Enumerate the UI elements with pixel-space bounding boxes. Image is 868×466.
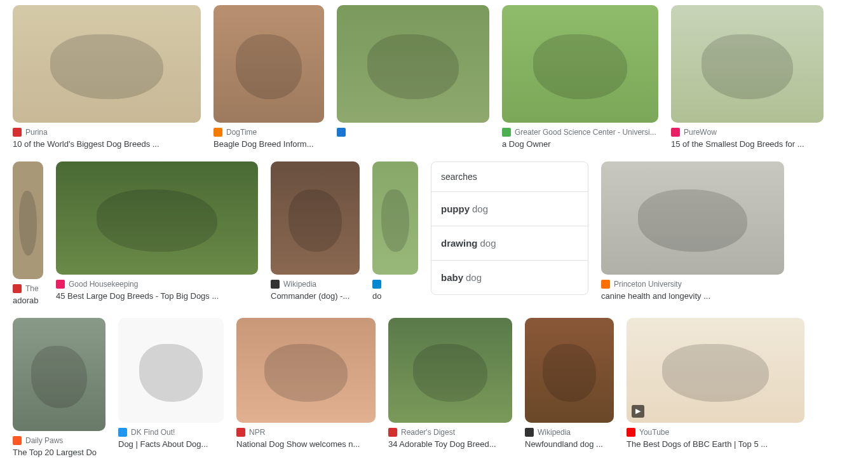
result-source: The	[13, 284, 43, 293]
result-caption: Dog | Facts About Dog...	[118, 439, 224, 450]
favicon-icon	[13, 436, 22, 445]
result-source: Greater Good Science Center - Universi..…	[502, 128, 658, 137]
image-result[interactable]: Princeton University canine health and l…	[601, 161, 784, 302]
favicon-icon	[627, 428, 635, 437]
result-caption: 15 of the Smallest Dog Breeds for ...	[671, 139, 824, 150]
play-icon: ▶	[632, 405, 644, 418]
result-caption: National Dog Show welcomes n...	[236, 439, 376, 450]
image-result[interactable]: Wikipedia Newfoundland dog ...	[525, 318, 614, 450]
related-search-item[interactable]: puppy dog	[431, 192, 588, 226]
image-result[interactable]: PureWow 15 of the Smallest Dog Breeds fo…	[671, 5, 824, 150]
result-caption: The Best Dogs of BBC Earth | Top 5 ...	[627, 439, 804, 450]
result-source: NPR	[236, 428, 376, 437]
result-source	[372, 280, 418, 289]
result-source: Daily Paws	[13, 436, 105, 445]
image-result[interactable]: Wikipedia Commander (dog) -...	[271, 161, 360, 302]
result-source: Princeton University	[601, 280, 784, 289]
source-label: NPR	[249, 428, 265, 437]
result-source: DogTime	[214, 128, 324, 137]
favicon-icon	[118, 428, 127, 437]
result-caption: adorab	[13, 296, 43, 306]
result-caption: The Top 20 Largest Do	[13, 448, 105, 458]
result-source: Wikipedia	[525, 428, 614, 437]
result-source: YouTube	[627, 428, 804, 437]
result-caption: Beagle Dog Breed Inform...	[214, 139, 324, 150]
image-result[interactable]: NPR National Dog Show welcomes n...	[236, 318, 376, 450]
result-source: Purina	[13, 128, 201, 137]
image-result[interactable]: Purina 10 of the World's Biggest Dog Bre…	[13, 5, 201, 150]
source-label: Purina	[25, 128, 48, 137]
favicon-icon	[388, 428, 397, 437]
favicon-icon	[271, 280, 280, 289]
related-searches: searchespuppy dogdrawing dogbaby dog	[431, 161, 588, 295]
source-label: The	[25, 284, 39, 293]
image-result[interactable]: DK Find Out! Dog | Facts About Dog...	[118, 318, 224, 450]
favicon-icon	[671, 128, 680, 137]
source-label: Wikipedia	[538, 428, 571, 437]
favicon-icon	[56, 280, 65, 289]
source-label: YouTube	[639, 428, 669, 437]
source-label: PureWow	[684, 128, 717, 137]
source-label: Wikipedia	[283, 280, 316, 289]
source-label: Reader's Digest	[401, 428, 455, 437]
result-caption: 10 of the World's Biggest Dog Breeds ...	[13, 139, 201, 150]
favicon-icon	[372, 280, 381, 289]
source-label: Princeton University	[614, 280, 682, 289]
source-label: Daily Paws	[25, 436, 63, 445]
result-caption: a Dog Owner	[502, 139, 658, 150]
result-caption: 34 Adorable Toy Dog Breed...	[388, 439, 512, 450]
result-caption: 45 Best Large Dog Breeds - Top Big Dogs …	[56, 291, 258, 302]
result-source: Wikipedia	[271, 280, 360, 289]
favicon-icon	[13, 284, 22, 293]
favicon-icon	[601, 280, 610, 289]
source-label: DogTime	[226, 128, 257, 137]
favicon-icon	[337, 128, 346, 137]
image-result[interactable]	[337, 5, 489, 139]
result-source	[337, 128, 489, 137]
favicon-icon	[214, 128, 222, 137]
source-label: DK Find Out!	[131, 428, 175, 437]
image-result[interactable]: Greater Good Science Center - Universi..…	[502, 5, 658, 150]
image-result[interactable]: ▶ YouTube The Best Dogs of BBC Earth | T…	[627, 318, 804, 450]
result-caption: do	[372, 291, 418, 302]
result-source: DK Find Out!	[118, 428, 224, 437]
related-search-item[interactable]: baby dog	[431, 261, 588, 294]
image-result[interactable]: DogTime Beagle Dog Breed Inform...	[214, 5, 324, 150]
image-result[interactable]: Good Housekeeping 45 Best Large Dog Bree…	[56, 161, 258, 302]
result-caption: Commander (dog) -...	[271, 291, 360, 302]
favicon-icon	[502, 128, 511, 137]
image-result[interactable]: Reader's Digest 34 Adorable Toy Dog Bree…	[388, 318, 512, 450]
related-search-item[interactable]: drawing dog	[431, 226, 588, 261]
related-header: searches	[431, 162, 588, 192]
result-source: Good Housekeeping	[56, 280, 258, 289]
image-result[interactable]: Daily Paws The Top 20 Largest Do	[13, 318, 105, 458]
result-source: PureWow	[671, 128, 824, 137]
favicon-icon	[525, 428, 534, 437]
result-caption: canine health and longevity ...	[601, 291, 784, 302]
favicon-icon	[236, 428, 245, 437]
image-result[interactable]: The adorab	[13, 161, 43, 306]
favicon-icon	[13, 128, 22, 137]
source-label: Greater Good Science Center - Universi..…	[515, 128, 656, 137]
image-result[interactable]: do	[372, 161, 418, 302]
result-caption: Newfoundland dog ...	[525, 439, 614, 450]
result-source: Reader's Digest	[388, 428, 512, 437]
source-label: Good Housekeeping	[69, 280, 138, 289]
image-results-grid: Purina 10 of the World's Biggest Dog Bre…	[0, 0, 868, 466]
